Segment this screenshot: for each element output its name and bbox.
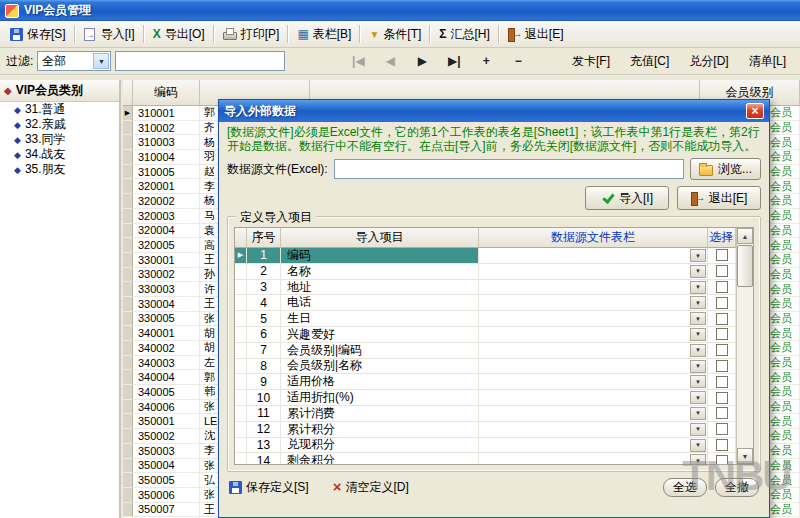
list-button[interactable]: 清单[L]	[749, 53, 786, 70]
import-item-row[interactable]: 6 兴趣爱好	[235, 327, 736, 343]
dropdown-arrow-icon[interactable]	[690, 439, 706, 452]
dropdown-arrow-icon[interactable]	[690, 391, 706, 404]
filter-search-input[interactable]	[115, 51, 285, 71]
recharge-button[interactable]: 充值[C]	[630, 53, 669, 70]
save-definition-button[interactable]: 保存定义[S]	[229, 479, 309, 496]
dropdown-arrow-icon[interactable]	[690, 454, 706, 465]
import-item-row[interactable]: 2 名称	[235, 264, 736, 280]
import-item-row[interactable]: 13 兑现积分	[235, 438, 736, 454]
import-item-row[interactable]: 9 适用价格	[235, 374, 736, 390]
source-column-cell[interactable]	[479, 327, 708, 343]
source-column-cell[interactable]	[479, 311, 708, 327]
select-cell	[708, 295, 736, 311]
import-item-row[interactable]: 4 电话	[235, 295, 736, 311]
dropdown-arrow-icon[interactable]	[690, 281, 706, 294]
source-column-cell[interactable]	[479, 406, 708, 422]
import-item-row[interactable]: 14 剩余积分	[235, 453, 736, 465]
select-checkbox[interactable]	[716, 392, 728, 404]
scroll-thumb[interactable]	[737, 245, 753, 287]
source-column-cell[interactable]	[479, 264, 708, 280]
scroll-down-icon[interactable]	[737, 448, 753, 464]
source-column-cell[interactable]	[479, 453, 708, 465]
code-column-header[interactable]: 编码	[133, 80, 200, 106]
source-column-header: 数据源文件表栏	[479, 228, 708, 248]
table-scrollbar[interactable]	[736, 228, 753, 464]
select-checkbox[interactable]	[716, 360, 728, 372]
source-column-cell[interactable]	[479, 374, 708, 390]
sidebar-item[interactable]: 31.普通	[0, 102, 119, 117]
select-all-button[interactable]: 全选	[663, 478, 707, 497]
browse-button[interactable]: 浏览...	[690, 158, 761, 180]
source-column-cell[interactable]	[479, 438, 708, 454]
nav-add-button[interactable]: +	[475, 54, 497, 68]
source-file-input[interactable]	[334, 159, 684, 179]
source-column-cell[interactable]	[479, 295, 708, 311]
source-column-cell[interactable]	[479, 343, 708, 359]
dropdown-arrow-icon[interactable]	[690, 265, 706, 278]
sidebar-item[interactable]: 32.亲戚	[0, 117, 119, 132]
select-checkbox[interactable]	[716, 423, 728, 435]
nav-prev-button[interactable]: ◀	[379, 54, 401, 68]
member-code: 340005	[133, 385, 200, 400]
dropdown-arrow-icon[interactable]	[690, 407, 706, 420]
select-checkbox[interactable]	[716, 281, 728, 293]
sidebar-item[interactable]: 35.朋友	[0, 162, 119, 177]
dropdown-arrow-icon[interactable]	[690, 423, 706, 436]
select-checkbox[interactable]	[716, 439, 728, 451]
deselect-all-button[interactable]: 全撤	[715, 478, 759, 497]
select-checkbox[interactable]	[716, 328, 728, 340]
source-column-cell[interactable]	[479, 248, 708, 264]
select-checkbox[interactable]	[716, 249, 728, 261]
source-column-cell[interactable]	[479, 280, 708, 296]
print-button[interactable]: 打印[P]	[216, 23, 287, 45]
sidebar-item[interactable]: 33.同学	[0, 132, 119, 147]
import-item-row[interactable]: 10 适用折扣(%)	[235, 390, 736, 406]
import-item-row[interactable]: 8 会员级别|名称	[235, 359, 736, 375]
import-item-row[interactable]: 12 累计积分	[235, 422, 736, 438]
dropdown-arrow-icon[interactable]	[690, 249, 706, 262]
issue-card-button[interactable]: 发卡[F]	[572, 53, 610, 70]
select-checkbox[interactable]	[716, 297, 728, 309]
nav-first-button[interactable]: |◀	[347, 54, 369, 68]
scroll-up-icon[interactable]	[737, 228, 753, 244]
chevron-down-icon[interactable]	[93, 53, 109, 69]
category-dropdown[interactable]: 全部	[37, 51, 111, 71]
dropdown-arrow-icon[interactable]	[690, 312, 706, 325]
clear-definition-button[interactable]: 清空定义[D]	[333, 479, 409, 496]
summary-button[interactable]: 汇总[H]	[432, 23, 497, 45]
nav-delete-button[interactable]: −	[507, 54, 529, 68]
select-checkbox[interactable]	[716, 313, 728, 325]
dropdown-arrow-icon[interactable]	[690, 375, 706, 388]
dialog-exit-button[interactable]: 退出[E]	[677, 186, 761, 210]
select-checkbox[interactable]	[716, 344, 728, 356]
select-checkbox[interactable]	[716, 455, 728, 465]
dropdown-arrow-icon[interactable]	[690, 328, 706, 341]
nav-next-button[interactable]: ▶	[411, 54, 433, 68]
save-button[interactable]: 保存[S]	[3, 23, 73, 45]
select-checkbox[interactable]	[716, 407, 728, 419]
select-checkbox[interactable]	[716, 265, 728, 277]
sidebar-item[interactable]: 34.战友	[0, 147, 119, 162]
redeem-points-button[interactable]: 兑分[D]	[689, 53, 728, 70]
export-button[interactable]: 导出[O]	[146, 23, 212, 45]
select-checkbox[interactable]	[716, 376, 728, 388]
dialog-import-button[interactable]: 导入[I]	[585, 186, 669, 210]
nav-last-button[interactable]: ▶|	[443, 54, 465, 68]
dropdown-arrow-icon[interactable]	[690, 296, 706, 309]
columns-button[interactable]: 表栏[B]	[290, 23, 358, 45]
import-item-row[interactable]: 3 地址	[235, 280, 736, 296]
dropdown-arrow-icon[interactable]	[690, 360, 706, 373]
import-item-row[interactable]: 5 生日	[235, 311, 736, 327]
condition-button[interactable]: 条件[T]	[362, 23, 428, 45]
import-item-row[interactable]: 7 会员级别|编码	[235, 343, 736, 359]
select-cell	[708, 311, 736, 327]
import-item-row[interactable]: 1 编码	[235, 248, 736, 264]
import-button[interactable]: 导入[I]	[77, 23, 142, 45]
import-item-row[interactable]: 11 累计消费	[235, 406, 736, 422]
source-column-cell[interactable]	[479, 422, 708, 438]
close-icon[interactable]: ×	[746, 103, 764, 119]
source-column-cell[interactable]	[479, 390, 708, 406]
exit-button[interactable]: 退出[E]	[501, 23, 571, 45]
source-column-cell[interactable]	[479, 359, 708, 375]
dropdown-arrow-icon[interactable]	[690, 344, 706, 357]
